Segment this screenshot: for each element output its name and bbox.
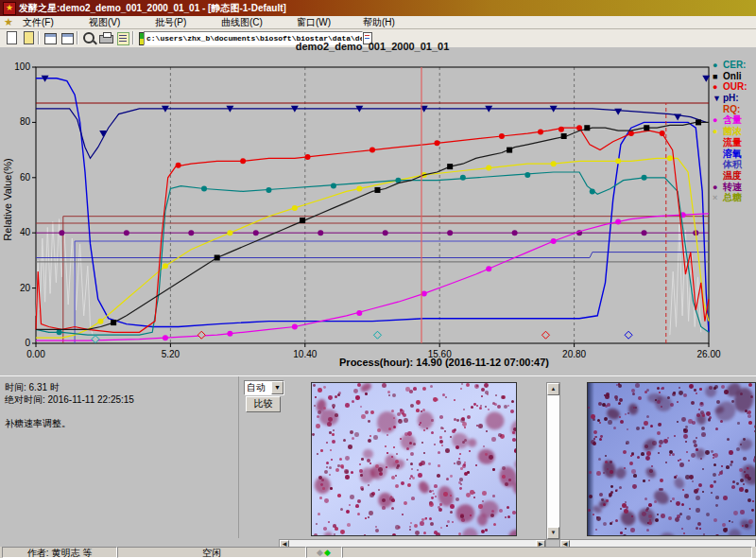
status-state: 空闲 [117, 547, 306, 558]
bottom-panel: 时间: 6.31 时 绝对时间: 2016-11-11 22:25:15 补糖速… [0, 375, 756, 548]
status-indicators: ◆◆ [306, 547, 342, 558]
legend-marker-icon: ■ [713, 72, 723, 82]
legend-marker-icon: ● [713, 82, 723, 93]
svg-text:40: 40 [20, 227, 31, 237]
chevron-down-icon[interactable]: ▼ [271, 381, 284, 394]
legend-item-6[interactable]: ●菌浓 [713, 126, 756, 137]
scroll-up-icon[interactable]: ▲ [547, 383, 559, 395]
process-chart[interactable]: 0.005.2010.4015.6020.8026.00020406080100 [0, 47, 756, 375]
sample-note: 补糖速率调整。 [5, 417, 71, 430]
image-vertical-scrollbar[interactable]: ▲ ▼ [546, 382, 560, 540]
new-document-icon[interactable] [4, 30, 19, 45]
microscopy-image-1 [311, 382, 517, 536]
menu-item-2[interactable]: 批号(P) [149, 16, 192, 28]
active-diamond-icon: ◆ [324, 548, 332, 557]
legend-item-4[interactable]: RQ: [713, 104, 756, 115]
legend-marker-icon: ● [713, 61, 723, 71]
legend-label: Onli [723, 71, 741, 81]
svg-text:0.00: 0.00 [26, 349, 45, 359]
legend-label: OUR: [723, 81, 747, 92]
microscopy-image-2 [587, 382, 756, 536]
sample-time: 时间: 6.31 时 [5, 381, 60, 394]
legend-item-3[interactable]: ▼pH: [713, 93, 756, 104]
legend-marker-icon: ▼ [713, 94, 723, 104]
menu-item-3[interactable]: 曲线图(C) [215, 16, 268, 28]
idle-diamond-icon: ◆ [317, 548, 324, 557]
display-mode-value: 自动 [247, 382, 266, 392]
svg-text:20: 20 [20, 283, 31, 293]
display-mode-select[interactable]: 自动 ▼ [244, 380, 284, 395]
chart-legend: ●CER:■Onli●OUR:▼pH:RQ:●含量●菌浓流量溶氧体积温度●转速×… [713, 60, 756, 203]
legend-label: 转速 [723, 182, 742, 192]
svg-text:0: 0 [25, 338, 30, 348]
legend-marker-icon: ● [713, 127, 723, 137]
legend-marker-icon: ● [713, 115, 723, 126]
legend-label: pH: [723, 93, 739, 103]
svg-text:80: 80 [20, 116, 31, 127]
legend-label: CER: [723, 60, 746, 70]
legend-label: 溶氧 [723, 148, 742, 159]
legend-item-12[interactable]: ×总糖 [713, 192, 756, 203]
legend-item-7[interactable]: 流量 [713, 137, 756, 148]
image-controls: 自动 ▼ 比较 [238, 376, 284, 538]
svg-text:100: 100 [14, 61, 30, 72]
legend-item-8[interactable]: 溶氧 [713, 148, 756, 160]
legend-item-1[interactable]: ■Onli [713, 71, 756, 82]
status-author: 作者: 黄明志 等 [2, 547, 117, 558]
legend-item-11[interactable]: ●转速 [713, 182, 756, 193]
legend-label: 含量 [723, 114, 742, 125]
open-document-icon[interactable] [21, 30, 36, 45]
legend-label: 总糖 [723, 192, 742, 202]
scroll-down-icon[interactable]: ▼ [547, 527, 559, 539]
app-icon: ★ [3, 2, 16, 15]
menu-item-0[interactable]: 文件(F) [17, 16, 60, 28]
app-window: ★ 发酵之星:demo2_demo_001_2000_01_01 - [静态图-… [0, 0, 756, 558]
menu-bar: ★ 文件(F)视图(V)批号(P)曲线图(C)窗口(W)帮助(H) [0, 16, 756, 29]
legend-label: 菌浓 [723, 126, 742, 136]
legend-item-5[interactable]: ●含量 [713, 114, 756, 126]
legend-marker-icon: ● [713, 183, 723, 193]
legend-marker-icon: × [713, 193, 723, 203]
legend-item-0[interactable]: ●CER: [713, 60, 756, 71]
status-bar: 作者: 黄明志 等 空闲 ◆◆ [0, 547, 756, 558]
legend-label: 流量 [723, 137, 742, 148]
window-title: 发酵之星:demo2_demo_001_2000_01_01 - [静态图-1-… [19, 0, 286, 16]
chart-area: demo2_demo_001_2000_01_01 Relative Value… [0, 47, 756, 375]
legend-item-9[interactable]: 体积 [713, 159, 756, 170]
title-bar[interactable]: ★ 发酵之星:demo2_demo_001_2000_01_01 - [静态图-… [0, 0, 756, 16]
legend-item-10[interactable]: 温度 [713, 170, 756, 182]
legend-item-2[interactable]: ●OUR: [713, 81, 756, 93]
sample-abs-time: 绝对时间: 2016-11-11 22:25:15 [5, 393, 134, 407]
menu-item-1[interactable]: 视图(V) [83, 16, 126, 28]
legend-label: RQ: [723, 104, 740, 114]
legend-label: 温度 [723, 170, 742, 181]
status-spare [342, 547, 752, 558]
svg-text:60: 60 [20, 172, 31, 183]
menu-item-5[interactable]: 帮助(H) [357, 16, 401, 28]
menu-item-4[interactable]: 窗口(W) [291, 16, 336, 28]
compare-button[interactable]: 比较 [246, 396, 281, 412]
x-axis-label: Process(hour): 14.90 (2016-11-12 07:00:4… [108, 357, 756, 368]
legend-label: 体积 [723, 159, 742, 169]
favorite-star-icon[interactable]: ★ [4, 16, 13, 28]
